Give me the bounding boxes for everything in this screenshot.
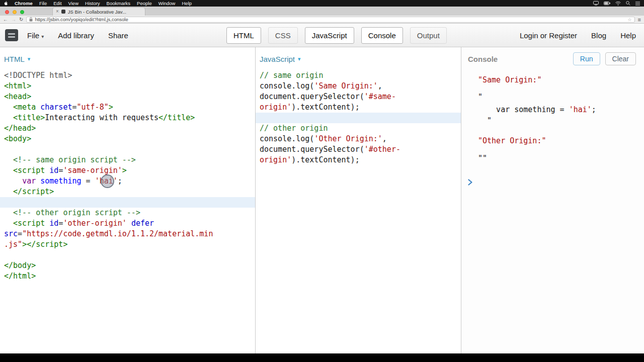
tab-favicon	[61, 10, 65, 14]
javascript-panel-title[interactable]: JavaScript	[260, 55, 295, 63]
menu-item-chrome[interactable]: Chrome	[15, 1, 33, 6]
code-line: </html>	[0, 271, 255, 282]
bottom-letterbox-bar	[0, 353, 644, 362]
editor-panels: HTML ▾ <!DOCTYPE html><html><head> <meta…	[0, 47, 644, 353]
panel-toggle-html[interactable]: HTML	[226, 27, 261, 44]
panel-toggle-javascript[interactable]: JavaScript	[305, 27, 354, 44]
share-button[interactable]: Share	[108, 31, 128, 40]
console-log-line: "	[461, 115, 644, 126]
window-zoom-button[interactable]	[20, 10, 24, 14]
html-panel-title[interactable]: HTML	[4, 55, 25, 63]
menu-item-history[interactable]: History	[85, 1, 100, 6]
code-line: <!DOCTYPE html>	[0, 70, 255, 81]
url-text: https://jsbin.com/yopiqo/edit?html,js,co…	[35, 17, 128, 22]
javascript-code-editor[interactable]: // same originconsole.log('Same Origin:'…	[256, 70, 461, 165]
html-panel: HTML ▾ <!DOCTYPE html><html><head> <meta…	[0, 47, 255, 353]
panel-toggle-console[interactable]: Console	[361, 27, 403, 44]
reload-icon[interactable]: ↻	[19, 17, 23, 22]
browser-tab[interactable]: × JS Bin - Collaborative Jav...	[52, 7, 145, 16]
code-line: origin').textContent);	[256, 102, 461, 113]
code-line	[256, 113, 461, 123]
code-line: <meta charset="utf-8">	[0, 102, 255, 113]
window-minimize-button[interactable]	[13, 10, 17, 14]
tab-close-icon[interactable]: ×	[56, 9, 59, 14]
code-line	[0, 144, 255, 155]
code-line: // same origin	[256, 70, 461, 81]
lock-icon	[29, 17, 33, 22]
code-line: var something = 'hai';	[0, 176, 255, 187]
menu-item-view[interactable]: View	[68, 1, 78, 6]
wifi-icon[interactable]	[615, 2, 621, 6]
file-menu[interactable]: File▾	[27, 31, 44, 40]
jsbin-logo[interactable]	[5, 29, 18, 41]
code-line: <!-- other origin script -->	[0, 208, 255, 218]
code-line: </script>	[0, 187, 255, 197]
browser-tab-bar: × JS Bin - Collaborative Jav...	[0, 7, 644, 16]
code-line: console.log('Same Origin:',	[256, 81, 461, 92]
menu-item-file[interactable]: File	[39, 1, 47, 6]
blog-link[interactable]: Blog	[591, 31, 606, 40]
back-icon[interactable]: ←	[3, 17, 8, 22]
code-line	[0, 197, 255, 208]
battery-icon[interactable]	[604, 2, 610, 5]
menu-item-bookmarks[interactable]: Bookmarks	[107, 1, 131, 6]
code-line: <!-- same origin script -->	[0, 155, 255, 165]
console-panel-title: Console	[468, 55, 573, 63]
run-button[interactable]: Run	[573, 52, 600, 65]
console-input-prompt[interactable]	[461, 179, 644, 186]
menu-item-window[interactable]: Window	[158, 1, 176, 6]
window-close-button[interactable]	[5, 10, 9, 14]
code-line: src="https://code.getmdl.io/1.1.2/materi…	[0, 229, 255, 239]
console-log-entries: "Same Origin:"" var something = 'hai'; "…	[461, 74, 644, 164]
toolbar-left-group: File▾ Add library Share	[5, 29, 142, 41]
browser-url-bar: ← → ↻ https://jsbin.com/yopiqo/edit?html…	[0, 16, 644, 24]
code-line: </head>	[0, 123, 255, 134]
code-line: .js"></script>	[0, 239, 255, 250]
chevron-right-icon	[468, 179, 472, 186]
code-line: <body>	[0, 134, 255, 144]
menu-item-help[interactable]: Help	[182, 1, 192, 6]
bookmark-star-icon[interactable]: ☆	[628, 17, 632, 22]
toolbar-right-group: Login or Register Blog Help	[506, 24, 636, 47]
code-line: console.log('Other Origin:',	[256, 134, 461, 144]
menu-item-people[interactable]: People	[137, 1, 152, 6]
console-log-line: "	[461, 92, 644, 103]
panel-toggle-output[interactable]: Output	[410, 27, 447, 44]
code-line: document.querySelector('#same-	[256, 92, 461, 102]
browser-menu-icon[interactable]: ≡	[638, 17, 641, 23]
code-line: <title>Interacting with requests</title>	[0, 113, 255, 123]
code-line: <script id='same-origin'>	[0, 165, 255, 176]
display-icon[interactable]	[593, 1, 599, 6]
clear-button[interactable]: Clear	[605, 52, 636, 65]
menu-item-edit[interactable]: Edit	[53, 1, 61, 6]
chevron-down-icon[interactable]: ▾	[28, 56, 31, 62]
apple-logo-icon[interactable]	[4, 1, 9, 6]
add-library-button[interactable]: Add library	[58, 31, 94, 40]
code-line: // other origin	[256, 123, 461, 134]
code-line: <script id='other-origin' defer	[0, 218, 255, 229]
macos-menu-bar: ChromeFileEditViewHistoryBookmarksPeople…	[0, 0, 644, 7]
forward-icon[interactable]: →	[11, 17, 16, 22]
chevron-down-icon[interactable]: ▾	[298, 56, 301, 62]
console-log-line: "Same Origin:"	[461, 74, 644, 85]
code-line: <html>	[0, 81, 255, 92]
login-register-link[interactable]: Login or Register	[520, 31, 577, 40]
notification-center-icon[interactable]	[635, 2, 640, 6]
console-output: "Same Origin:"" var something = 'hai'; "…	[461, 70, 644, 186]
window-controls	[5, 10, 24, 14]
help-link[interactable]: Help	[620, 31, 636, 40]
code-line: document.querySelector('#other-	[256, 144, 461, 155]
url-field[interactable]: https://jsbin.com/yopiqo/edit?html,js,co…	[26, 17, 634, 23]
console-log-line: ""	[461, 153, 644, 164]
spotlight-icon[interactable]	[626, 1, 630, 6]
panel-toggle-css[interactable]: CSS	[268, 27, 298, 44]
jsbin-toolbar: File▾ Add library Share HTMLCSSJavaScrip…	[0, 24, 644, 47]
code-line: <head>	[0, 92, 255, 102]
screen: ChromeFileEditViewHistoryBookmarksPeople…	[0, 0, 644, 362]
menu-bar-status-icons	[593, 1, 640, 6]
javascript-panel: JavaScript ▾ // same originconsole.log('…	[255, 47, 461, 353]
code-line: </body>	[0, 260, 255, 271]
html-code-editor[interactable]: <!DOCTYPE html><html><head> <meta charse…	[0, 70, 255, 282]
console-log-line: var something = 'hai';	[461, 104, 644, 115]
tab-title: JS Bin - Collaborative Jav...	[68, 9, 126, 15]
